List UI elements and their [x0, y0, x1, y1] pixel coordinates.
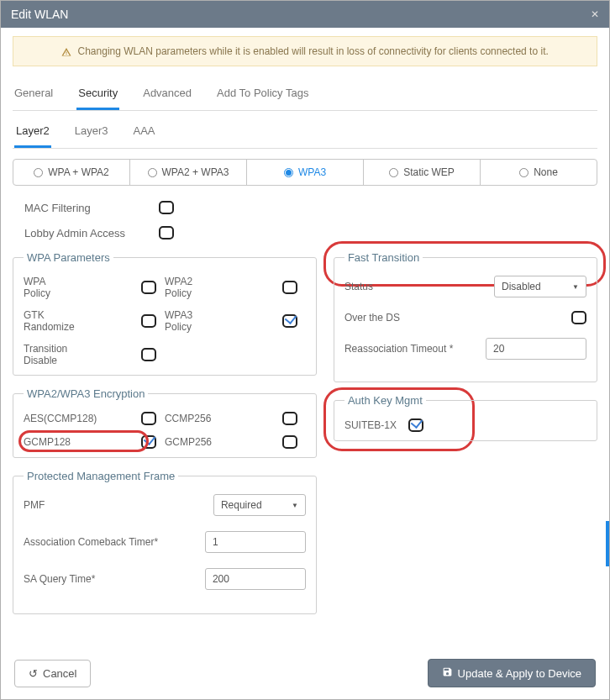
wpa-parameters-fieldset: WPA Parameters WPA Policy WPA2 Policy GT… — [13, 251, 317, 376]
radio-static-wep[interactable]: Static WEP — [364, 160, 481, 185]
encryption-fieldset: WPA2/WPA3 Encryption AES(CCMP128) CCMP25… — [13, 387, 317, 458]
radio-wpa2-wpa3[interactable]: WPA2 + WPA3 — [130, 160, 247, 185]
cancel-label: Cancel — [43, 667, 76, 680]
tab-policy-tags[interactable]: Add To Policy Tags — [215, 82, 310, 110]
radio-wpa-wpa2[interactable]: WPA + WPA2 — [13, 160, 130, 185]
ccmp256-checkbox[interactable] — [282, 412, 297, 425]
gtk-randomize-checkbox[interactable] — [141, 314, 156, 328]
suiteb-1x-checkbox[interactable] — [408, 418, 423, 432]
assoc-comeback-input[interactable] — [205, 531, 306, 553]
gcmp256-checkbox[interactable] — [282, 435, 297, 449]
radio-wpa3[interactable]: WPA3 — [247, 160, 364, 185]
sa-query-input[interactable] — [205, 568, 306, 590]
encryption-legend: WPA2/WPA3 Encryption — [24, 387, 148, 400]
sa-query-label: SA Query Time* — [24, 573, 95, 585]
tab-layer2[interactable]: Layer2 — [14, 119, 51, 148]
fast-transition-legend: Fast Transition — [344, 251, 423, 264]
tab-security[interactable]: Security — [76, 82, 119, 110]
gtk-randomize-label: GTK Randomize — [24, 309, 141, 333]
pmf-legend: Protected Management Frame — [24, 470, 178, 482]
cancel-button[interactable]: ↺ Cancel — [14, 660, 91, 687]
pmf-select[interactable]: Required▼ — [213, 494, 306, 516]
tab-layer3[interactable]: Layer3 — [73, 119, 110, 148]
pmf-label: PMF — [24, 499, 45, 511]
auth-key-mgmt-fieldset: Auth Key Mgmt SUITEB-1X — [334, 394, 597, 441]
gcmp128-checkbox[interactable] — [141, 435, 156, 449]
apply-label: Update & Apply to Device — [458, 667, 581, 680]
lobby-admin-checkbox[interactable] — [159, 226, 174, 239]
wpa-policy-label: WPA Policy — [24, 276, 141, 299]
reassoc-timeout-input[interactable] — [486, 338, 586, 360]
gcmp128-label: GCMP128 — [24, 436, 141, 448]
ccmp256-label: CCMP256 — [165, 413, 282, 424]
auth-key-mgmt-legend: Auth Key Mgmt — [344, 394, 426, 407]
undo-icon: ↺ — [29, 667, 38, 680]
wpa2-policy-checkbox[interactable] — [282, 281, 297, 294]
wpa3-policy-checkbox[interactable] — [282, 314, 297, 328]
warning-text: Changing WLAN parameters while it is ena… — [78, 45, 549, 57]
warning-banner: Changing WLAN parameters while it is ena… — [13, 36, 597, 66]
suiteb-1x-label: SUITEB-1X — [344, 419, 397, 431]
over-the-ds-label: Over the DS — [344, 312, 400, 324]
save-icon — [442, 666, 453, 680]
assoc-comeback-label: Association Comeback Timer* — [24, 536, 158, 548]
pmf-fieldset: Protected Management Frame PMF Required▼… — [13, 470, 317, 614]
aes-ccmp128-label: AES(CCMP128) — [24, 413, 141, 424]
ft-status-select[interactable]: Disabled▼ — [494, 276, 586, 297]
transition-disable-checkbox[interactable] — [141, 348, 156, 361]
tab-aaa[interactable]: AAA — [132, 119, 157, 148]
fast-transition-fieldset: Fast Transition Status Disabled▼ Over th… — [334, 251, 597, 382]
ft-status-label: Status — [344, 281, 373, 292]
wpa2-policy-label: WPA2 Policy — [165, 276, 282, 299]
reassoc-timeout-label: Reassociation Timeout * — [344, 343, 453, 355]
warning-icon — [61, 47, 71, 57]
mac-filtering-label: MAC Filtering — [24, 202, 134, 214]
mac-filtering-checkbox[interactable] — [159, 201, 174, 214]
wpa-policy-checkbox[interactable] — [141, 281, 156, 294]
caret-down-icon: ▼ — [572, 283, 579, 291]
transition-disable-label: Transition Disable — [24, 343, 141, 366]
apply-button[interactable]: Update & Apply to Device — [428, 659, 596, 687]
tab-general[interactable]: General — [13, 82, 55, 110]
close-icon[interactable]: ✕ — [591, 8, 599, 20]
wpa-parameters-legend: WPA Parameters — [24, 251, 113, 264]
scrollbar-accent[interactable] — [606, 521, 609, 566]
dialog-title: Edit WLAN — [11, 8, 68, 21]
aes-ccmp128-checkbox[interactable] — [141, 412, 156, 425]
over-the-ds-checkbox[interactable] — [571, 311, 586, 324]
tab-advanced[interactable]: Advanced — [141, 82, 193, 110]
lobby-admin-label: Lobby Admin Access — [24, 227, 134, 239]
radio-none[interactable]: None — [481, 160, 597, 185]
security-mode-radiobar: WPA + WPA2 WPA2 + WPA3 WPA3 Static WEP N… — [13, 159, 597, 186]
gcmp256-label: GCMP256 — [165, 436, 282, 448]
caret-down-icon: ▼ — [292, 502, 298, 509]
wpa3-policy-label: WPA3 Policy — [165, 309, 282, 333]
